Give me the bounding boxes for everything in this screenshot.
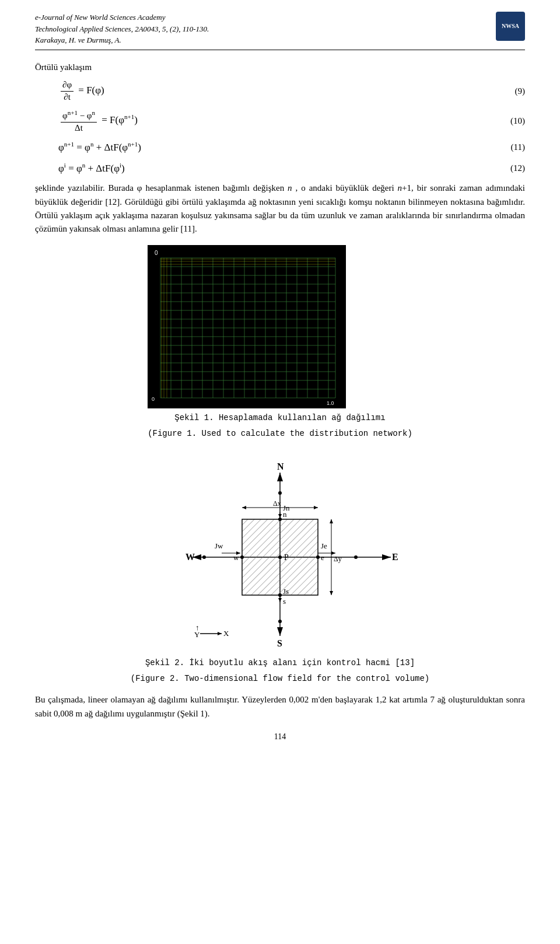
page-footer: 114 xyxy=(35,732,525,747)
svg-marker-82 xyxy=(278,598,282,602)
svg-point-68 xyxy=(354,555,358,559)
equation-9-number: (9) xyxy=(515,85,526,98)
svg-text:Jw: Jw xyxy=(215,541,223,550)
journal-logo: NWSA xyxy=(496,12,525,41)
section-title: Örtülü yaklaşım xyxy=(35,61,525,74)
figure-2-caption-en: (Figure 2. Two-dimensional flow field fo… xyxy=(35,673,525,685)
equation-9-content: ∂φ ∂t = F(φ) xyxy=(58,79,104,103)
svg-text:1.0: 1.0 xyxy=(327,400,334,406)
svg-marker-79 xyxy=(278,514,282,518)
svg-marker-85 xyxy=(314,506,318,509)
figure-2-container: N S W E P w e xyxy=(35,449,525,648)
svg-marker-88 xyxy=(330,519,333,523)
equation-10: φn+1 − φn Δt = F(φn+1) (10) xyxy=(58,109,525,134)
svg-text:0: 0 xyxy=(155,250,158,256)
svg-marker-50 xyxy=(382,554,391,560)
svg-text:W: W xyxy=(186,552,195,562)
fraction-dphi-dt: ∂φ ∂t xyxy=(61,79,74,103)
svg-text:Je: Je xyxy=(321,541,327,550)
svg-text:Js: Js xyxy=(283,587,289,596)
equation-12-content: φi = φn + ΔtF(φi) xyxy=(58,160,125,176)
figure-1-caption-en: (Figure 1. Used to calculate the distrib… xyxy=(148,428,412,440)
equation-10-number: (10) xyxy=(510,114,525,128)
svg-text:P: P xyxy=(284,553,289,562)
page-number: 114 xyxy=(274,732,286,741)
figure-2-caption-tr: Şekil 2. İki boyutlu akış alanı için kon… xyxy=(35,657,525,669)
paragraph-2: Bu çalışmada, lineer olamayan ağ dağılım… xyxy=(35,693,525,721)
equation-9: ∂φ ∂t = F(φ) (9) xyxy=(58,79,525,103)
svg-point-67 xyxy=(202,555,206,559)
svg-point-59 xyxy=(240,555,244,559)
svg-text:X: X xyxy=(223,629,229,638)
journal-info: e-Journal of New World Sciences Academy … xyxy=(35,12,209,46)
svg-text:0: 0 xyxy=(152,396,155,402)
svg-marker-47 xyxy=(277,473,283,481)
svg-point-57 xyxy=(278,555,282,559)
svg-text:Δx: Δx xyxy=(273,499,281,508)
svg-text:N: N xyxy=(277,461,284,471)
svg-rect-0 xyxy=(149,246,346,408)
figure-1-caption-tr: Şekil 1. Hesaplamada kullanılan ağ dağıl… xyxy=(148,412,412,424)
equation-11: φn+1 = φn + ΔtF(φn+1) (11) xyxy=(58,139,525,155)
figure-1-image: 0 1.0 0 xyxy=(148,245,346,408)
svg-point-61 xyxy=(316,555,320,559)
main-content: Örtülü yaklaşım ∂φ ∂t = F(φ) (9) φn+1 − … xyxy=(35,61,525,721)
svg-text:Y: Y xyxy=(194,630,200,639)
equation-11-content: φn+1 = φn + ΔtF(φn+1) xyxy=(58,139,141,155)
svg-text:s: s xyxy=(283,597,286,606)
fraction-phi-delta: φn+1 − φn Δt xyxy=(61,109,97,134)
equation-10-content: φn+1 − φn Δt = F(φn+1) xyxy=(58,109,138,134)
svg-point-69 xyxy=(278,491,282,495)
figure-1-container: 0 1.0 0 Şekil 1. Hesaplamada kullanılan … xyxy=(35,245,525,440)
svg-marker-89 xyxy=(330,591,333,595)
svg-text:Δy: Δy xyxy=(334,555,342,563)
page-header: e-Journal of New World Sciences Academy … xyxy=(35,12,525,50)
equation-12: φi = φn + ΔtF(φi) (12) xyxy=(58,160,525,176)
svg-text:S: S xyxy=(277,638,282,648)
svg-text:E: E xyxy=(392,552,398,562)
svg-marker-48 xyxy=(277,627,283,636)
svg-point-70 xyxy=(278,620,282,623)
svg-text:e: e xyxy=(321,553,324,562)
svg-marker-94 xyxy=(218,632,222,635)
equation-11-number: (11) xyxy=(511,141,525,154)
svg-marker-84 xyxy=(242,506,246,509)
paragraph-1: şeklinde yazılabilir. Burada φ hesaplanm… xyxy=(35,181,525,236)
equation-12-number: (12) xyxy=(510,162,525,175)
